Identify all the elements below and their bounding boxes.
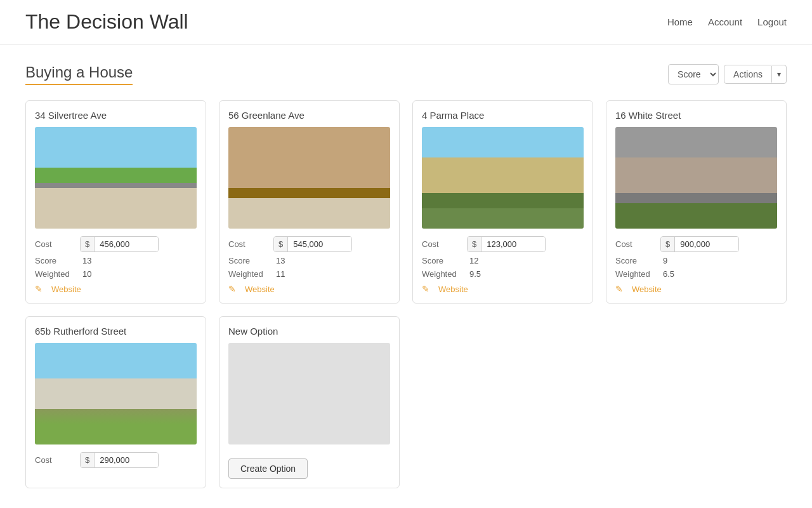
cost-input-2[interactable] — [288, 237, 351, 251]
cost-input-wrap-4: $ — [660, 236, 739, 252]
currency-icon-5: $ — [81, 453, 95, 467]
website-link-4[interactable]: Website — [632, 284, 662, 294]
weighted-label-3: Weighted — [422, 269, 463, 279]
currency-icon-1: $ — [81, 237, 95, 251]
edit-icon-2[interactable]: ✎ — [228, 284, 236, 294]
currency-icon-4: $ — [661, 237, 675, 251]
score-row-2: Score 13 — [228, 256, 390, 265]
cost-label-2: Cost — [228, 239, 270, 249]
cost-row-5: Cost $ — [35, 452, 197, 468]
cost-input-wrap-2: $ — [273, 236, 352, 252]
score-row-3: Score 12 — [422, 256, 584, 265]
toolbar-right: Score Cost Name Actions ▾ — [668, 64, 787, 84]
score-value-1: 13 — [82, 256, 91, 265]
actions-button[interactable]: Actions ▾ — [724, 65, 787, 84]
cost-input-4[interactable] — [675, 237, 738, 251]
score-row-4: Score 9 — [615, 256, 777, 265]
score-value-3: 12 — [469, 256, 478, 265]
weighted-label-1: Weighted — [35, 269, 76, 279]
weighted-value-2: 11 — [276, 269, 285, 279]
card-image-5 — [35, 343, 197, 444]
cost-label-5: Cost — [35, 455, 76, 465]
weighted-row-2: Weighted 11 — [228, 269, 390, 279]
cost-input-1[interactable] — [95, 237, 158, 251]
card-title-5: 65b Rutherford Street — [35, 326, 197, 337]
cost-row-4: Cost $ — [615, 236, 777, 252]
option-card-4: 16 White Street Cost $ Score 9 Weighted … — [606, 100, 787, 304]
cost-label-3: Cost — [422, 239, 463, 249]
cost-label-1: Cost — [35, 239, 76, 249]
score-row-1: Score 13 — [35, 256, 197, 265]
cost-row-2: Cost $ — [228, 236, 390, 252]
card-image-1 — [35, 127, 197, 229]
header: The Decision Wall Home Account Logout — [0, 0, 812, 44]
score-label-3: Score — [422, 256, 463, 265]
score-label-1: Score — [35, 256, 76, 265]
cost-label-4: Cost — [615, 239, 657, 249]
nav-account[interactable]: Account — [708, 17, 742, 27]
nav-logout[interactable]: Logout — [757, 17, 787, 27]
cost-row-3: Cost $ — [422, 236, 584, 252]
weighted-label-4: Weighted — [615, 269, 657, 279]
actions-label: Actions — [724, 65, 771, 83]
actions-caret-icon: ▾ — [771, 66, 786, 83]
option-card-5: 65b Rutherford Street Cost $ — [25, 316, 206, 488]
weighted-value-4: 6.5 — [663, 269, 674, 279]
cost-input-wrap-5: $ — [80, 452, 159, 468]
new-option-image-placeholder — [228, 343, 390, 444]
card-image-2 — [228, 127, 390, 229]
score-label-4: Score — [615, 256, 657, 265]
card-title-1: 34 Silvertree Ave — [35, 110, 197, 121]
card-footer-4: ✎ Website — [615, 284, 777, 294]
cost-row-1: Cost $ — [35, 236, 197, 252]
score-label-2: Score — [228, 256, 270, 265]
card-title-4: 16 White Street — [615, 110, 777, 121]
new-option-card: New Option Create Option — [219, 316, 400, 488]
edit-icon-4[interactable]: ✎ — [615, 284, 623, 294]
create-option-button[interactable]: Create Option — [228, 458, 308, 479]
currency-icon-3: $ — [468, 237, 481, 251]
website-link-1[interactable]: Website — [51, 284, 81, 294]
cards-grid-row2: 65b Rutherford Street Cost $ New Option … — [25, 316, 787, 488]
cost-input-wrap-1: $ — [80, 236, 159, 252]
card-footer-3: ✎ Website — [422, 284, 584, 294]
edit-icon-1[interactable]: ✎ — [35, 284, 43, 294]
app-title: The Decision Wall — [25, 10, 188, 34]
weighted-row-4: Weighted 6.5 — [615, 269, 777, 279]
main-content: Buying a House Score Cost Name Actions ▾… — [0, 44, 812, 507]
weighted-row-1: Weighted 10 — [35, 269, 197, 279]
option-card-2: 56 Greenlane Ave Cost $ Score 13 Weighte… — [219, 100, 400, 304]
option-card-1: 34 Silvertree Ave Cost $ Score 13 Weight… — [25, 100, 206, 304]
card-footer-1: ✎ Website — [35, 284, 197, 294]
edit-icon-3[interactable]: ✎ — [422, 284, 429, 294]
weighted-value-3: 9.5 — [469, 269, 481, 279]
currency-icon-2: $ — [274, 237, 288, 251]
cards-grid-row1: 34 Silvertree Ave Cost $ Score 13 Weight… — [25, 100, 787, 304]
weighted-row-3: Weighted 9.5 — [422, 269, 584, 279]
nav-home[interactable]: Home — [667, 17, 693, 27]
score-value-4: 9 — [663, 256, 667, 265]
nav: Home Account Logout — [667, 17, 787, 27]
card-image-4 — [615, 127, 777, 229]
new-option-title: New Option — [228, 326, 390, 337]
weighted-value-1: 10 — [82, 269, 91, 279]
cost-input-3[interactable] — [481, 237, 545, 251]
cost-input-wrap-3: $ — [467, 236, 546, 252]
cost-input-5[interactable] — [95, 453, 158, 467]
score-value-2: 13 — [276, 256, 285, 265]
toolbar: Buying a House Score Cost Name Actions ▾ — [25, 64, 787, 85]
website-link-3[interactable]: Website — [438, 284, 468, 294]
sort-select[interactable]: Score Cost Name — [668, 64, 719, 84]
website-link-2[interactable]: Website — [245, 284, 275, 294]
card-footer-2: ✎ Website — [228, 284, 390, 294]
option-card-3: 4 Parma Place Cost $ Score 12 Weighted 9… — [412, 100, 593, 304]
page-heading: Buying a House — [25, 64, 133, 85]
card-title-3: 4 Parma Place — [422, 110, 584, 121]
weighted-label-2: Weighted — [228, 269, 270, 279]
card-title-2: 56 Greenlane Ave — [228, 110, 390, 121]
card-image-3 — [422, 127, 584, 229]
